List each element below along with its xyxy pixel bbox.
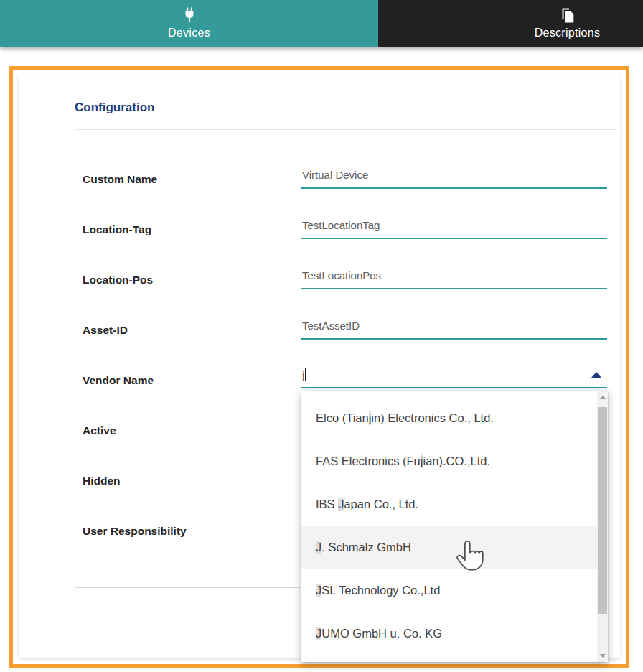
option-match-text: J — [316, 584, 322, 597]
dropdown-scrollbar[interactable] — [597, 391, 608, 662]
option-text: FAS Electronics (Fu — [316, 454, 421, 468]
dropdown-option[interactable]: JSL Technology Co.,Ltd — [301, 569, 597, 612]
tab-descriptions-label: Descriptions — [535, 27, 601, 39]
asset-id-input[interactable]: TestAssetID — [301, 311, 607, 340]
asset-id-label: Asset-ID — [83, 324, 128, 337]
section-divider — [75, 129, 617, 130]
chevron-up-icon[interactable] — [591, 372, 601, 378]
active-label: Active — [83, 424, 116, 437]
location-tag-value: TestLocationTag — [302, 219, 380, 231]
option-match-text: J — [316, 541, 322, 554]
option-text: apan Co., Ltd. — [344, 498, 418, 511]
dropdown-option[interactable]: JUMO GmbH u. Co. KG — [301, 612, 597, 655]
option-text: . Schmalz GmbH — [322, 541, 411, 554]
text-caret — [305, 368, 306, 381]
hidden-label: Hidden — [83, 475, 121, 487]
section-title: Configuration — [75, 101, 154, 115]
asset-id-value: TestAssetID — [302, 319, 360, 332]
tab-devices[interactable]: Devices — [0, 0, 378, 47]
tab-descriptions[interactable]: Descriptions — [378, 0, 643, 47]
custom-name-input[interactable]: Virtual Device — [301, 160, 607, 189]
vendor-name-value: j — [302, 368, 306, 381]
custom-name-label: Custom Name — [83, 173, 157, 186]
vendor-dropdown: Elco (Tianjin) Electronics Co., Ltd.FAS … — [301, 391, 608, 662]
location-pos-input[interactable]: TestLocationPos — [301, 261, 607, 289]
scroll-up-button[interactable] — [597, 391, 608, 403]
tab-devices-label: Devices — [168, 27, 210, 39]
scroll-down-icon — [600, 654, 606, 658]
option-match-text: J — [338, 498, 344, 511]
location-tag-label: Location-Tag — [83, 223, 151, 236]
location-pos-value: TestLocationPos — [302, 269, 381, 281]
plug-icon — [182, 7, 197, 24]
scroll-down-button[interactable] — [597, 649, 608, 662]
option-text: IBS — [316, 498, 338, 511]
option-text: SL Technology Co.,Ltd — [322, 584, 440, 597]
scrollbar-thumb[interactable] — [598, 407, 607, 614]
location-pos-label: Location-Pos — [83, 274, 153, 286]
vendor-dropdown-list: Elco (Tianjin) Electronics Co., Ltd.FAS … — [301, 391, 597, 662]
location-tag-input[interactable]: TestLocationTag — [301, 210, 607, 239]
user-responsibility-label: User Responsibility — [83, 525, 187, 538]
copy-pages-icon — [559, 7, 576, 24]
dropdown-option[interactable]: Elco (Tianjin) Electronics Co., Ltd. — [301, 396, 597, 439]
app-screen: Devices Descriptions Configuration Custo… — [0, 0, 643, 672]
option-text: UMO GmbH u. Co. KG — [322, 627, 442, 640]
dropdown-option[interactable]: J. Schmalz GmbH — [301, 526, 597, 569]
vendor-name-label: Vendor Name — [83, 374, 154, 387]
dropdown-option[interactable]: FAS Electronics (Fujian).CO.,Ltd. — [301, 439, 597, 482]
tab-bar: Devices Descriptions — [0, 0, 643, 47]
option-text: ian).CO.,Ltd. — [423, 454, 490, 468]
scroll-up-icon — [600, 396, 606, 399]
option-text: Elco (Tian — [316, 411, 369, 425]
custom-name-value: Virtual Device — [302, 169, 368, 181]
dropdown-option[interactable]: IBS Japan Co., Ltd. — [301, 482, 597, 526]
option-text: in) Electronics Co., Ltd. — [371, 411, 494, 425]
vendor-name-input[interactable]: j — [301, 360, 607, 388]
option-match-text: J — [316, 627, 322, 640]
